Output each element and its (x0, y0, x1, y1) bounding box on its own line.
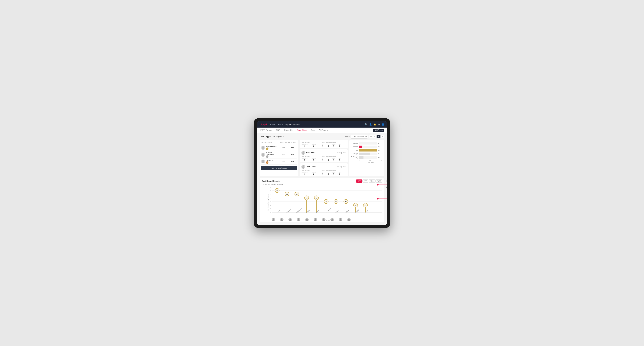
svg-point-67 (306, 220, 308, 221)
app-tab[interactable]: APP (362, 179, 368, 183)
lb-row-1: Richard Butler 1 19/20 110 (261, 145, 297, 151)
axis-200: 200 (369, 160, 371, 161)
pa-quick (347, 218, 351, 221)
tournament-val-2: 7 (301, 173, 308, 175)
pc-stats-1: Total Rounds Tournament 8 Practice (301, 155, 346, 161)
putt-val-1: 0 (338, 159, 342, 161)
pc-player-info-1: Rees Britt (301, 151, 314, 155)
player-name-2: Edward Crossman (266, 152, 278, 155)
lb-player-1: Richard Butler 1 (261, 146, 278, 150)
app-label-2: APP (327, 171, 330, 173)
svg-marker-81 (377, 184, 379, 185)
putt-label-1: PUTT (338, 157, 342, 159)
player-name-3: Cameron... (266, 159, 274, 161)
bell-icon[interactable]: 🔔 (374, 123, 376, 126)
tournament-label-1: Tournament (301, 157, 308, 159)
putt-tab[interactable]: PUTT (376, 179, 382, 183)
edit-icon[interactable]: ✏ (283, 136, 284, 138)
ott-val-1: 0 (322, 159, 324, 161)
avatar-3 (261, 160, 265, 163)
svg-text:4x: 4x (335, 201, 337, 202)
svg-text:4x: 4x (326, 201, 327, 202)
pc-name-2: Josh Coles (306, 166, 316, 168)
lb-avg-2: 107 (288, 154, 297, 156)
putt-val-0: 1 (338, 145, 342, 147)
svg-text:R. Britt: R. Britt (316, 210, 319, 213)
total-rounds-label-2: Total Rounds (301, 169, 316, 171)
annotation-arrow-1 (377, 197, 387, 200)
sub-nav: PGAT Players PGA Hcaps 1-5 Team Clippd T… (257, 128, 387, 133)
lb-score-1: 19/20 (278, 147, 288, 149)
bogeys-bar (359, 153, 370, 155)
sub-nav-tour[interactable]: Tour (310, 128, 315, 133)
pc-date-2: 26 Aug 2023 (337, 166, 346, 168)
svg-text:6x: 6x (286, 194, 288, 195)
birdies-bar-container (359, 146, 377, 148)
svg-text:D. Ford: D. Ford (335, 210, 339, 213)
col-pb-avg: PB AVG SQ (288, 141, 297, 143)
pc-avatar-1 (301, 151, 305, 155)
pc-header-2: Josh Coles 26 Aug 2023 (301, 165, 346, 169)
period-select[interactable]: Last 3 months (351, 135, 368, 139)
svg-point-9 (302, 167, 305, 169)
svg-point-58 (273, 218, 274, 220)
grid-view-btn[interactable]: ⊞ (369, 135, 373, 138)
pc-name-1: Rees Britt (306, 152, 314, 154)
sub-nav-pgat[interactable]: PGAT Players (260, 128, 273, 133)
eagles-bar (359, 142, 359, 145)
nav-my-performance[interactable]: My Performance (286, 123, 300, 126)
lb-player-3: Cameron... 3 (261, 159, 278, 164)
ott-tab[interactable]: OTT (356, 179, 362, 183)
bogeys-bar-container (359, 153, 377, 155)
table-view-btn[interactable]: ↕ (381, 135, 384, 138)
sub-nav-team-clippd[interactable]: Team Clippd (296, 128, 308, 133)
arg-val-0: 0 (332, 145, 335, 147)
arg-tab[interactable]: ARG (369, 179, 375, 183)
practice-label-2: Practice (311, 171, 316, 173)
profile-icon[interactable]: 👤 (369, 123, 372, 126)
practice-label-1: Practice (311, 157, 316, 159)
card-view-btn[interactable]: ▦ (377, 135, 380, 138)
pa-britt (305, 218, 309, 221)
practice-val-1: 4 (311, 159, 316, 161)
chart-bars: Eagles 3 Birdies (351, 142, 383, 159)
svg-point-65 (297, 220, 300, 221)
player-card-2: Josh Coles 26 Aug 2023 Total Rounds Tour (300, 163, 348, 176)
player-count: 14 Players (273, 136, 282, 138)
svg-point-76 (348, 218, 350, 220)
svg-point-4 (262, 160, 264, 162)
bar-chart-panel: Eagles 3 Birdies (349, 140, 384, 176)
eagles-val: 3 (378, 142, 383, 144)
pc-player-info-2: Josh Coles (301, 165, 316, 169)
lb-avg-1: 110 (288, 147, 297, 149)
chart-row-eagles: Eagles 3 (351, 142, 383, 145)
pars-bar (359, 149, 377, 152)
y-axis-label: Best Streak, Fairway Accuracy (267, 195, 269, 211)
view-leaderboard-button[interactable]: View Full Leaderboard (261, 166, 297, 170)
svg-point-74 (340, 218, 341, 220)
ott-label-0: OTT (322, 143, 324, 145)
dbogeys-val: 131 (378, 157, 383, 158)
add-team-button[interactable]: Add Team (373, 129, 384, 132)
pa-ewert (272, 218, 275, 221)
leaderboard-panel: PLAYER NAME PB SCORE PB AVG SQ (260, 140, 298, 176)
sub-nav-all-players[interactable]: All Players (318, 128, 328, 133)
list-view-btn[interactable]: ≡ (373, 135, 376, 138)
settings-icon[interactable]: ⚙ (378, 123, 380, 126)
arg-label-0: ARG (332, 143, 335, 145)
nav-home[interactable]: Home (270, 123, 275, 126)
chart-row-bogeys: Bogeys 311 (351, 153, 383, 155)
ott-val-2: 0 (322, 173, 324, 175)
axis-0: 0 (359, 160, 360, 161)
search-icon[interactable]: 🔍 (365, 123, 368, 126)
avatar-icon[interactable]: 👤 (382, 123, 384, 126)
nav-teams[interactable]: Teams (278, 123, 283, 126)
player-avatar-list (272, 218, 351, 221)
lb-score-3: 17/20 (278, 161, 288, 163)
total-rounds-label-0: Total Rounds (301, 141, 316, 143)
svg-point-73 (331, 220, 334, 221)
birdies-label: Birdies (351, 146, 358, 148)
sub-nav-hcaps[interactable]: Hcaps 1-5 (284, 128, 293, 133)
dbogeys-label: D. Bogeys + (351, 156, 358, 159)
sub-nav-pga[interactable]: PGA (276, 128, 281, 133)
